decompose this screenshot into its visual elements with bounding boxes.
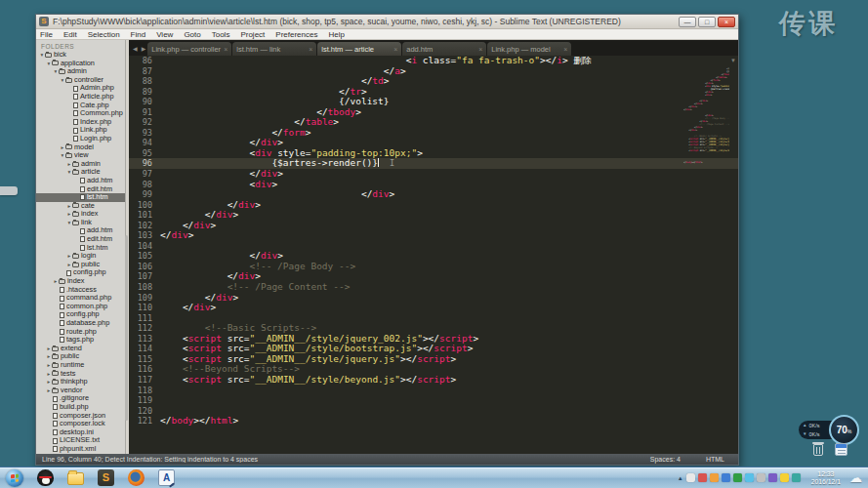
file-icon	[60, 296, 64, 302]
qq-icon[interactable]	[37, 469, 54, 486]
line-number: 120	[133, 406, 152, 417]
menu-bar: FileEditSelectionFindViewGotoToolsProjec…	[36, 29, 738, 40]
download-speed: 0K/s	[808, 431, 819, 437]
menu-project[interactable]: Project	[240, 30, 265, 39]
tab-link.php-controller[interactable]: Link.php — controller×	[147, 42, 231, 56]
file-icon	[60, 320, 64, 326]
tree-item-extend[interactable]: ▸extend	[36, 345, 125, 353]
code-editor[interactable]: 86 <i class="fa fa-trash-o"></i> 删除87 </…	[129, 56, 738, 456]
line-number: 99	[133, 189, 152, 200]
calendar-icon[interactable]	[835, 443, 847, 456]
line-number: 94	[133, 138, 152, 148]
tree-item-runtime[interactable]: ▸runtime	[36, 361, 125, 370]
tree-item-edit.htm[interactable]: edit.htm	[36, 235, 125, 244]
line-number: 108	[133, 282, 152, 293]
file-icon	[73, 86, 78, 92]
file-icon	[53, 396, 58, 402]
tab-scroll-right-icon[interactable]: ▶	[140, 45, 148, 56]
tree-item-phpunit.xml[interactable]: phpunit.xml	[36, 445, 125, 454]
file-icon	[53, 438, 58, 444]
tray-icon-8[interactable]	[768, 473, 777, 482]
menu-selection[interactable]: Selection	[88, 30, 120, 39]
line-number: 89	[133, 87, 152, 98]
taskbar-clock[interactable]: 12:33 2016/12/1	[811, 470, 841, 485]
folder-icon	[52, 363, 59, 368]
file-explorer-icon[interactable]	[67, 472, 84, 485]
file-icon	[66, 270, 71, 276]
minimap[interactable]: <i class="fa fa-trash-o"></i> 删除 </a> </…	[683, 59, 729, 164]
tab-lst.htm-article[interactable]: lst.htm — article×	[317, 42, 401, 56]
desktop-edge-tab	[0, 186, 18, 195]
code-line-119: 119	[129, 395, 738, 406]
sidebar-scrollbar[interactable]	[125, 235, 128, 421]
recycle-bin-icon[interactable]	[813, 444, 823, 456]
minimize-button[interactable]: —	[679, 17, 696, 27]
tab-link.php-model[interactable]: Link.php — model×	[487, 42, 571, 56]
file-icon	[73, 136, 78, 142]
code-line-121: 121</body></html>	[129, 416, 738, 427]
memory-usage-ball[interactable]: 70 %	[829, 415, 859, 445]
tray-icon-1[interactable]	[686, 473, 695, 482]
tab-close-icon[interactable]: ×	[478, 46, 482, 53]
code-line-118: 118	[129, 386, 738, 396]
tab-label: add.htm	[406, 45, 476, 54]
tray-icon-2[interactable]	[698, 473, 707, 482]
line-number: 92	[133, 117, 152, 128]
menu-edit[interactable]: Edit	[63, 30, 77, 39]
tab-close-icon[interactable]: ×	[563, 46, 567, 53]
tray-icon-6[interactable]	[745, 473, 754, 482]
tab-close-icon[interactable]: ×	[309, 46, 312, 53]
tab-close-icon[interactable]: ×	[224, 46, 227, 53]
menu-view[interactable]: View	[156, 30, 173, 39]
file-icon	[53, 429, 58, 435]
code-line-102: 102 </div>	[129, 221, 738, 231]
tab-scroll-left-icon[interactable]: ◀	[131, 45, 140, 56]
sidebar-file-tree[interactable]: FOLDERS ▾bick▾application▾admin▾controll…	[36, 40, 126, 456]
tab-lst.htm-link[interactable]: lst.htm — link×	[232, 42, 316, 56]
code-line-109: 109 </div>	[129, 293, 738, 304]
line-number: 107	[133, 271, 152, 282]
taskbar: S A ▲ 12:33 2016/12/1 ☁	[0, 467, 868, 488]
tray-expand-icon[interactable]: ▲	[678, 475, 683, 481]
folder-icon	[52, 371, 59, 376]
tree-item-edit.htm[interactable]: edit.htm	[36, 185, 125, 194]
firefox-icon[interactable]	[128, 469, 145, 486]
tab-add.htm[interactable]: add.htm×	[402, 42, 486, 56]
folder-icon	[72, 203, 79, 208]
tray-icon-5[interactable]	[733, 473, 742, 482]
start-button[interactable]	[6, 469, 23, 487]
maximize-button[interactable]: □	[698, 17, 716, 27]
title-bar[interactable]: S F:\phpStudy\WWW\bick\application\admin…	[36, 15, 738, 29]
indentation-setting[interactable]: Spaces: 4	[650, 456, 681, 463]
tray-icon-7[interactable]	[757, 473, 765, 482]
menu-find[interactable]: Find	[131, 30, 146, 39]
text-editor-icon[interactable]: A	[158, 469, 175, 486]
line-number: 103	[133, 230, 152, 241]
chevron-down-icon[interactable]: ▼	[730, 58, 736, 63]
folder-icon	[52, 388, 59, 393]
tab-close-icon[interactable]: ×	[393, 46, 397, 53]
line-number: 95	[133, 148, 152, 159]
menu-file[interactable]: File	[40, 30, 53, 39]
menu-tools[interactable]: Tools	[212, 30, 230, 39]
sublime-text-icon[interactable]: S	[98, 469, 114, 486]
folder-icon	[72, 263, 79, 267]
tree-item-label: phpunit.xml	[60, 445, 96, 454]
syntax-mode[interactable]: HTML	[706, 456, 724, 463]
tray-icon-10[interactable]	[792, 473, 801, 482]
cloud-icon[interactable]: ☁	[849, 470, 862, 485]
menu-goto[interactable]: Goto	[184, 30, 200, 39]
menu-help[interactable]: Help	[328, 30, 344, 39]
folder-icon	[72, 221, 79, 225]
tab-label: Link.php — controller	[151, 45, 222, 54]
code-line-110: 110 </div>	[129, 303, 738, 313]
menu-preferences[interactable]: Preferences	[275, 30, 317, 39]
close-button[interactable]: ×	[718, 17, 735, 27]
tray-icon-9[interactable]	[780, 473, 789, 482]
code-line-103: 103</div>	[129, 230, 738, 241]
file-icon	[60, 304, 64, 309]
tab-label: lst.htm — link	[236, 45, 307, 54]
tray-icon-4[interactable]	[722, 473, 730, 482]
code-line-101: 101 </div>	[129, 210, 738, 221]
tray-icon-3[interactable]	[710, 473, 719, 482]
